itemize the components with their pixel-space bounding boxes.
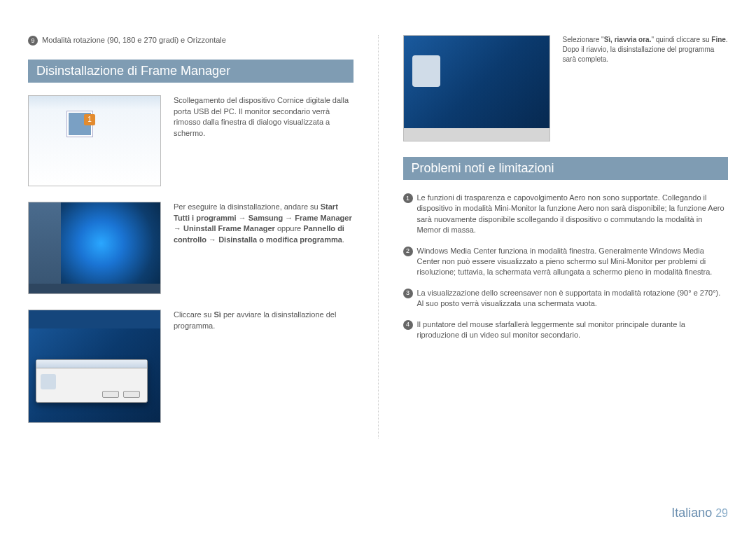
- row-uninstall-confirm: Cliccare su Sì per avviare la disinstall…: [28, 310, 354, 423]
- left-column: 9 Modalità rotazione (90, 180 e 270 grad…: [28, 35, 354, 438]
- row-restart-text: Selezionare "Sì, riavvia ora." quindi cl…: [563, 35, 729, 141]
- right-column: Selezionare "Sì, riavvia ora." quindi cl…: [403, 35, 729, 438]
- badge-1: 1: [403, 193, 413, 203]
- rotation-mode-item: 9 Modalità rotazione (90, 180 e 270 grad…: [28, 35, 354, 46]
- footer-page-number: 29: [715, 507, 728, 519]
- footer-language: Italiano: [671, 506, 712, 520]
- page-footer: Italiano 29: [671, 506, 728, 520]
- section-problems-header: Problemi noti e limitazioni: [403, 157, 729, 180]
- row-disconnect: Scollegamento del dispositivo Cornice di…: [28, 95, 354, 186]
- row-uninstall-text: Cliccare su Sì per avviare la disinstall…: [174, 310, 354, 423]
- problem-2-text: Windows Media Center funziona in modalit…: [417, 246, 729, 278]
- badge-3: 3: [403, 289, 413, 298]
- badge-4: 4: [403, 320, 413, 330]
- section-uninstall-header: Disinstallazione di Frame Manager: [28, 60, 354, 83]
- row-restart: Selezionare "Sì, riavvia ora." quindi cl…: [403, 35, 729, 141]
- dialog-mock: [36, 359, 148, 403]
- row-startmenu-text: Per eseguire la disinstallazione, andare…: [174, 202, 354, 294]
- screenshot-desktop-startmenu: [28, 202, 161, 294]
- screenshot-uninstall-dialog: [28, 310, 161, 423]
- problem-item-4: 4 Il puntatore del mouse sfarfallerà leg…: [403, 319, 729, 341]
- badge-2: 2: [403, 247, 413, 256]
- problem-item-3: 3 La visualizzazione dello screensaver n…: [403, 288, 729, 310]
- problem-3-text: La visualizzazione dello screensaver non…: [417, 288, 729, 310]
- screenshot-display-settings: [28, 95, 161, 186]
- rotation-mode-text: Modalità rotazione (90, 180 e 270 gradi)…: [42, 35, 226, 46]
- row-startmenu: Per eseguire la disinstallazione, andare…: [28, 202, 354, 294]
- screenshot-restart-wizard: [403, 35, 550, 141]
- column-divider: [378, 35, 379, 438]
- problem-item-2: 2 Windows Media Center funziona in modal…: [403, 246, 729, 278]
- row-disconnect-text: Scollegamento del dispositivo Cornice di…: [174, 95, 354, 186]
- badge-9: 9: [28, 36, 38, 46]
- page-content: 9 Modalità rotazione (90, 180 e 270 grad…: [0, 0, 756, 452]
- problem-1-text: Le funzioni di trasparenza e capovolgime…: [417, 193, 729, 236]
- problem-4-text: Il puntatore del mouse sfarfallerà legge…: [417, 319, 729, 341]
- problem-item-1: 1 Le funzioni di trasparenza e capovolgi…: [403, 193, 729, 236]
